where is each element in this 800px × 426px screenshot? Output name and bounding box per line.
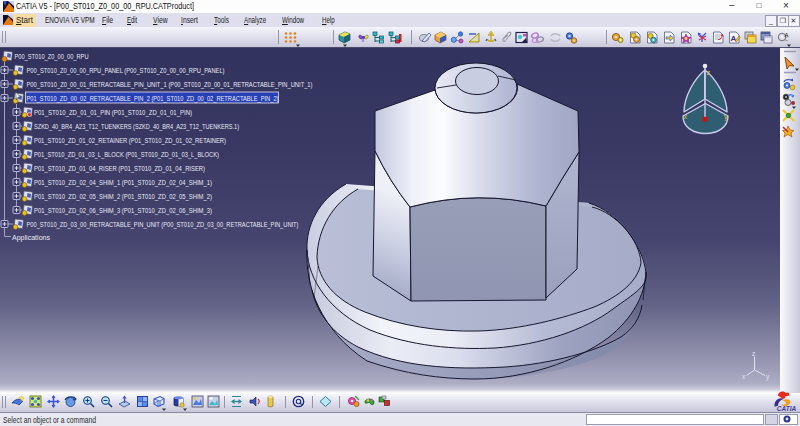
svg-text:P01_ST010_ZD_01_03_L_BLOCK (P0: P01_ST010_ZD_01_03_L_BLOCK (P01_ST010_ZD… — [34, 150, 219, 159]
svg-text:P00_ST010_Z0_00_01_RETRACTABLE: P00_ST010_Z0_00_01_RETRACTABLE_PIN_UNIT_… — [27, 80, 313, 89]
svg-text:SZKD_40_BR4_A23_T12_TUENKERS (: SZKD_40_BR4_A23_T12_TUENKERS (SZKD_40_BR… — [34, 122, 239, 131]
svg-text:P01_ST010_ZD_01_04_RISER (P01_: P01_ST010_ZD_01_04_RISER (P01_ST010_ZD_0… — [34, 164, 205, 173]
svg-text:P01_ST010_ZD_01_01_PIN (P01_ST: P01_ST010_ZD_01_01_PIN (P01_ST010_ZD_01_… — [34, 108, 192, 117]
svg-text:P00_ST010_Z0_00_00_RPU_PANEL (: P00_ST010_Z0_00_00_RPU_PANEL (P00_ST010_… — [27, 66, 225, 75]
svg-text:P00_ST010_Z0_00_00_RPU: P00_ST010_Z0_00_00_RPU — [15, 52, 89, 61]
svg-text:P01_ST010_ZD_00_02_RETRACTABLE: P01_ST010_ZD_00_02_RETRACTABLE_PIN_2 (P0… — [27, 94, 279, 103]
svg-text:P00_ST010_ZD_03_00_RETRACTABLE: P00_ST010_ZD_03_00_RETRACTABLE_PIN_UNIT … — [27, 220, 299, 229]
svg-text:Applications: Applications — [12, 233, 50, 242]
svg-text:P01_ST010_ZD_02_04_SHIM_1 (P01: P01_ST010_ZD_02_04_SHIM_1 (P01_ST010_ZD_… — [34, 178, 212, 187]
svg-text:P01_ST010_ZD_02_05_SHIM_2 (P01: P01_ST010_ZD_02_05_SHIM_2 (P01_ST010_ZD_… — [34, 192, 212, 201]
svg-text:P01_ST010_ZD_02_06_SHIM_3 (P01: P01_ST010_ZD_02_06_SHIM_3 (P01_ST010_ZD_… — [34, 206, 212, 215]
svg-text:P01_ST010_ZD_01_02_RETAINER (P: P01_ST010_ZD_01_02_RETAINER (P01_ST010_Z… — [34, 136, 226, 145]
